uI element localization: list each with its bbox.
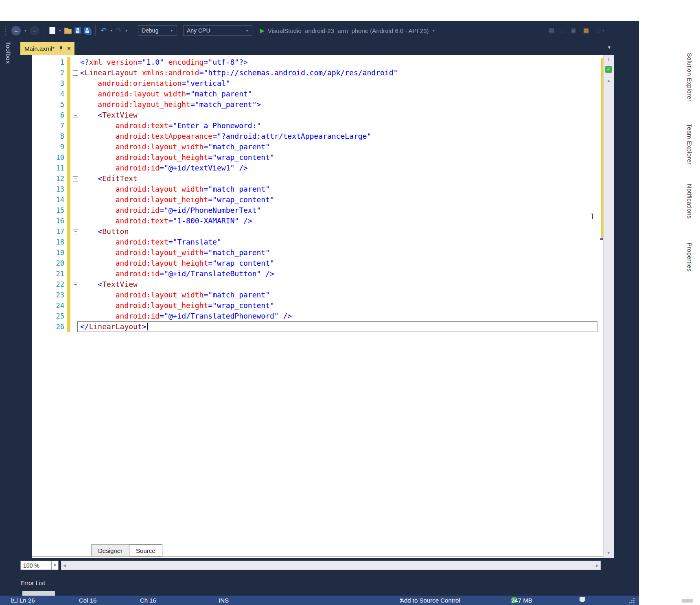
code-line-14[interactable]: 14 android:layout_height="wrap_content" <box>32 194 603 205</box>
change-tracking-bar <box>67 216 70 226</box>
status-feedback-icon[interactable] <box>580 597 585 602</box>
scroll-down-button[interactable]: ▼ <box>604 551 614 555</box>
code-line-21[interactable]: 21 android:id="@+id/TranslateButton" /> <box>32 269 603 279</box>
zoom-value: 100 % <box>21 562 51 569</box>
fold-margin <box>70 152 80 163</box>
toolbar-extra-icon-4[interactable]: ▦ <box>583 27 589 34</box>
code-line-4[interactable]: 4 android:layout_width="match_parent" <box>32 89 603 99</box>
code-line-3[interactable]: 3 android:orientation="vertical" <box>32 78 603 89</box>
start-debugging-button[interactable]: ▶ VisualStudio_android-23_arm_phone (And… <box>260 27 435 34</box>
code-text: android:layout_height="match_parent"> <box>80 99 261 110</box>
line-number: 6 <box>32 110 67 120</box>
error-list-panel-label[interactable]: Error List <box>20 579 45 586</box>
pin-icon[interactable] <box>59 46 63 51</box>
sidebar-tab-team-explorer[interactable]: Team Explorer <box>686 124 693 165</box>
code-line-9[interactable]: 9 android:layout_width="match_parent" <box>32 142 603 152</box>
toolbar-extra-icon-2[interactable]: ≡ <box>561 27 564 34</box>
mouse-cursor-ibeam: I <box>591 212 594 221</box>
code-line-25[interactable]: 25 android:id="@+id/TranslatedPhoneword"… <box>32 311 603 321</box>
fold-margin: − <box>70 279 80 290</box>
line-number: 9 <box>32 142 67 152</box>
save-icon[interactable] <box>74 27 81 34</box>
open-file-icon[interactable] <box>64 29 72 34</box>
fold-margin <box>70 258 80 269</box>
fold-collapse-icon[interactable]: − <box>73 229 78 234</box>
solution-platform-dropdown[interactable]: Any CPU ▼ <box>183 25 252 36</box>
main-toolbar: ← ▼ → ▼ ↶ ▼ ↷ ▼ Debug ▼ Any CPU ▼ ▶ Visu… <box>0 21 639 40</box>
fold-collapse-icon[interactable]: − <box>73 282 78 287</box>
redo-dropdown-icon[interactable]: ▼ <box>125 29 128 32</box>
sidebar-tab-properties[interactable]: Properties <box>686 242 693 271</box>
sidebar-tab-toolbox[interactable]: Toolbox <box>5 41 12 64</box>
fold-collapse-icon[interactable]: − <box>73 113 78 118</box>
code-line-17[interactable]: 17− <Button <box>32 226 603 237</box>
toolbar-overflow-button[interactable]: ⋮ ▼ <box>595 27 605 34</box>
new-file-dropdown-icon[interactable]: ▼ <box>59 29 61 32</box>
fold-collapse-icon[interactable]: − <box>73 70 78 76</box>
code-text: android:layout_height="wrap_content" <box>80 194 274 205</box>
navigate-back-dropdown-icon[interactable]: ▼ <box>24 29 27 32</box>
split-window-handle-icon[interactable]: ↕ <box>604 56 614 62</box>
toolbar-separator <box>133 25 133 36</box>
code-line-15[interactable]: 15 android:id="@+id/PhoneNumberText" <box>32 205 603 216</box>
code-line-12[interactable]: 12− <EditText <box>32 173 603 184</box>
change-tracking-bar <box>67 131 70 142</box>
code-line-8[interactable]: 8 android:textAppearance="?android:attr/… <box>32 131 603 142</box>
tab-main-axml[interactable]: Main.axml* × <box>20 42 74 55</box>
memory-usage-value: 247 MB <box>511 597 532 604</box>
code-line-10[interactable]: 10 android:layout_height="wrap_content" <box>32 152 603 163</box>
fold-margin <box>70 237 80 247</box>
code-line-26[interactable]: 26</LinearLayout> <box>32 321 603 332</box>
code-line-6[interactable]: 6− <TextView <box>32 110 603 120</box>
sidebar-tab-notifications[interactable]: Notifications <box>686 184 693 219</box>
save-all-icon[interactable] <box>84 27 90 34</box>
code-line-18[interactable]: 18 android:text="Translate" <box>32 237 603 247</box>
line-number: 4 <box>32 89 67 99</box>
toolbar-extra-icon-1[interactable]: ▤ <box>549 27 554 34</box>
new-file-icon[interactable] <box>49 27 55 34</box>
horizontal-scrollbar[interactable]: ◀ ▶ <box>61 561 601 570</box>
code-editor[interactable]: 1<?xml version="1.0" encoding="utf-8"?>2… <box>32 55 614 558</box>
undo-dropdown-icon[interactable]: ▼ <box>110 29 113 32</box>
toolbar-separator <box>95 25 96 36</box>
vertical-scrollbar[interactable]: ↕ ✓ ▲ ▼ <box>603 55 614 558</box>
code-text: <LinearLayout xmlns:android="http://sche… <box>80 68 398 78</box>
code-line-20[interactable]: 20 android:layout_height="wrap_content" <box>32 258 603 269</box>
code-line-11[interactable]: 11 android:id="@+id/textView1" /> <box>32 163 603 173</box>
line-number: 10 <box>32 152 67 163</box>
editor-status-check-icon[interactable]: ✓ <box>605 66 612 73</box>
sidebar-tab-solution-explorer[interactable]: Solution Explorer <box>686 53 693 101</box>
fold-margin <box>70 300 80 311</box>
fold-collapse-icon[interactable]: − <box>73 176 78 181</box>
code-line-19[interactable]: 19 android:layout_width="match_parent" <box>32 247 603 258</box>
resize-grip[interactable] <box>633 602 634 603</box>
document-list-dropdown-icon[interactable]: ▼ <box>607 45 611 50</box>
toolbar-drag-grip[interactable] <box>5 26 6 35</box>
code-text: android:id="@+id/TranslateButton" /> <box>80 269 274 279</box>
undo-icon[interactable]: ↶ <box>101 27 107 34</box>
scroll-right-button[interactable]: ▶ <box>596 561 599 570</box>
tab-designer[interactable]: Designer <box>91 544 129 557</box>
code-line-1[interactable]: 1<?xml version="1.0" encoding="utf-8"?> <box>32 57 603 68</box>
code-line-5[interactable]: 5 android:layout_height="match_parent"> <box>32 99 603 110</box>
code-text: android:id="@+id/textView1" /> <box>80 163 248 173</box>
redo-icon[interactable]: ↷ <box>116 27 122 34</box>
zoom-dropdown[interactable]: 100 % ▼ <box>20 561 59 570</box>
scroll-left-button[interactable]: ◀ <box>63 561 66 570</box>
navigate-back-button[interactable]: ← <box>11 26 21 35</box>
solution-configuration-dropdown[interactable]: Debug ▼ <box>138 25 177 36</box>
code-line-2[interactable]: 2−<LinearLayout xmlns:android="http://sc… <box>32 68 603 78</box>
tab-source[interactable]: Source <box>129 544 162 557</box>
line-number: 3 <box>32 78 67 89</box>
scroll-up-button[interactable]: ▲ <box>604 79 614 83</box>
code-line-16[interactable]: 16 android:text="1-800-XAMARIN" /> <box>32 216 603 226</box>
fold-margin <box>70 120 80 131</box>
navigate-forward-button[interactable]: → <box>30 26 39 35</box>
code-line-13[interactable]: 13 android:layout_width="match_parent" <box>32 184 603 194</box>
code-line-7[interactable]: 7 android:text="Enter a Phoneword:" <box>32 120 603 131</box>
close-icon[interactable]: × <box>67 45 70 52</box>
code-line-24[interactable]: 24 android:layout_height="wrap_content" <box>32 300 603 311</box>
code-line-22[interactable]: 22− <TextView <box>32 279 603 290</box>
code-line-23[interactable]: 23 android:layout_width="match_parent" <box>32 290 603 300</box>
toolbar-extra-icon-3[interactable]: ▣ <box>571 27 577 34</box>
